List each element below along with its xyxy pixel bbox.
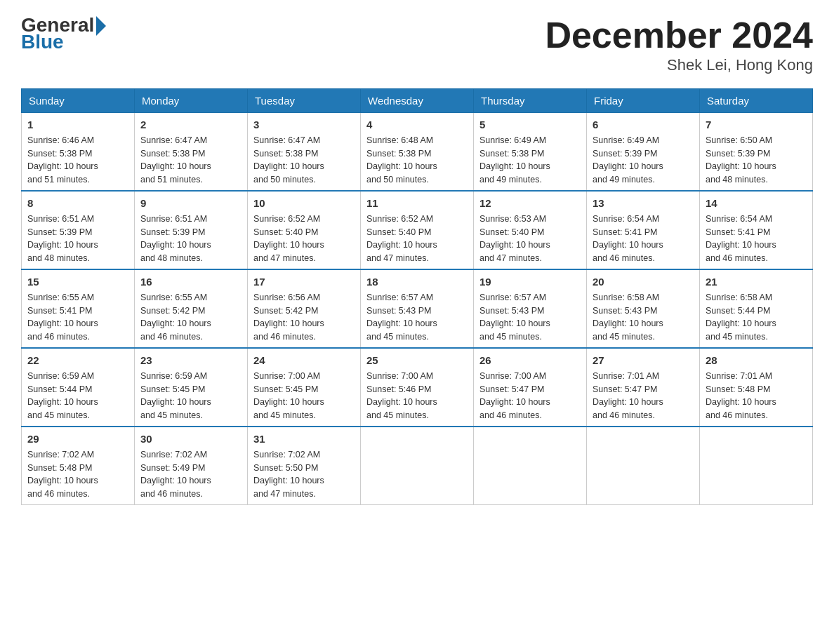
calendar-cell: 10 Sunrise: 6:52 AMSunset: 5:40 PMDaylig… <box>248 191 361 269</box>
column-header-friday: Friday <box>587 89 700 113</box>
day-info: Sunrise: 7:00 AMSunset: 5:47 PMDaylight:… <box>479 371 550 420</box>
page-header: General Blue December 2024 Shek Lei, Hon… <box>21 14 813 74</box>
day-number: 2 <box>140 117 241 132</box>
column-header-monday: Monday <box>135 89 248 113</box>
day-number: 18 <box>366 274 468 289</box>
calendar-cell: 14 Sunrise: 6:54 AMSunset: 5:41 PMDaylig… <box>700 191 813 269</box>
calendar-cell: 11 Sunrise: 6:52 AMSunset: 5:40 PMDaylig… <box>361 191 474 269</box>
calendar-cell: 22 Sunrise: 6:59 AMSunset: 5:44 PMDaylig… <box>22 348 135 427</box>
day-info: Sunrise: 6:55 AMSunset: 5:42 PMDaylight:… <box>140 293 211 342</box>
day-info: Sunrise: 6:53 AMSunset: 5:40 PMDaylight:… <box>479 214 550 263</box>
day-info: Sunrise: 7:01 AMSunset: 5:47 PMDaylight:… <box>593 371 663 420</box>
day-number: 9 <box>140 196 241 210</box>
logo-blue-text: Blue <box>21 31 64 53</box>
calendar-week-row: 1 Sunrise: 6:46 AMSunset: 5:38 PMDayligh… <box>22 113 813 192</box>
calendar-cell: 25 Sunrise: 7:00 AMSunset: 5:46 PMDaylig… <box>361 348 474 427</box>
day-info: Sunrise: 6:54 AMSunset: 5:41 PMDaylight:… <box>593 214 663 263</box>
day-info: Sunrise: 6:50 AMSunset: 5:39 PMDaylight:… <box>706 135 776 185</box>
title-area: December 2024 Shek Lei, Hong Kong <box>545 14 813 74</box>
day-number: 12 <box>479 196 581 210</box>
column-header-saturday: Saturday <box>700 89 813 113</box>
day-number: 28 <box>706 353 807 368</box>
day-number: 22 <box>27 353 128 368</box>
calendar-cell <box>700 427 813 505</box>
day-number: 20 <box>593 274 694 289</box>
day-number: 14 <box>706 196 807 210</box>
calendar-cell: 4 Sunrise: 6:48 AMSunset: 5:38 PMDayligh… <box>361 113 474 192</box>
calendar-week-row: 22 Sunrise: 6:59 AMSunset: 5:44 PMDaylig… <box>22 348 813 427</box>
day-info: Sunrise: 6:46 AMSunset: 5:38 PMDaylight:… <box>27 135 98 185</box>
day-info: Sunrise: 7:02 AMSunset: 5:48 PMDaylight:… <box>27 450 98 499</box>
calendar-week-row: 15 Sunrise: 6:55 AMSunset: 5:41 PMDaylig… <box>22 269 813 348</box>
day-number: 31 <box>253 431 355 446</box>
calendar-cell: 16 Sunrise: 6:55 AMSunset: 5:42 PMDaylig… <box>135 269 248 348</box>
column-header-sunday: Sunday <box>22 89 135 113</box>
calendar-cell: 7 Sunrise: 6:50 AMSunset: 5:39 PMDayligh… <box>700 113 813 192</box>
calendar-cell: 21 Sunrise: 6:58 AMSunset: 5:44 PMDaylig… <box>700 269 813 348</box>
day-info: Sunrise: 6:56 AMSunset: 5:42 PMDaylight:… <box>253 293 324 342</box>
calendar-cell: 29 Sunrise: 7:02 AMSunset: 5:48 PMDaylig… <box>22 427 135 505</box>
calendar-cell: 12 Sunrise: 6:53 AMSunset: 5:40 PMDaylig… <box>474 191 587 269</box>
day-info: Sunrise: 7:02 AMSunset: 5:49 PMDaylight:… <box>140 450 211 499</box>
day-number: 6 <box>593 117 694 132</box>
day-info: Sunrise: 6:47 AMSunset: 5:38 PMDaylight:… <box>253 135 324 185</box>
day-number: 11 <box>366 196 468 210</box>
day-info: Sunrise: 6:59 AMSunset: 5:44 PMDaylight:… <box>27 371 98 420</box>
calendar-cell: 2 Sunrise: 6:47 AMSunset: 5:38 PMDayligh… <box>135 113 248 192</box>
day-info: Sunrise: 6:51 AMSunset: 5:39 PMDaylight:… <box>140 214 211 263</box>
day-info: Sunrise: 6:52 AMSunset: 5:40 PMDaylight:… <box>253 214 324 263</box>
calendar-cell: 8 Sunrise: 6:51 AMSunset: 5:39 PMDayligh… <box>22 191 135 269</box>
column-header-tuesday: Tuesday <box>248 89 361 113</box>
day-info: Sunrise: 6:49 AMSunset: 5:38 PMDaylight:… <box>479 135 550 185</box>
day-number: 7 <box>706 117 807 132</box>
day-number: 29 <box>27 431 128 446</box>
day-info: Sunrise: 6:51 AMSunset: 5:39 PMDaylight:… <box>27 214 98 263</box>
calendar-table: SundayMondayTuesdayWednesdayThursdayFrid… <box>21 88 813 505</box>
calendar-cell <box>361 427 474 505</box>
day-info: Sunrise: 6:58 AMSunset: 5:44 PMDaylight:… <box>706 293 776 342</box>
day-info: Sunrise: 7:00 AMSunset: 5:46 PMDaylight:… <box>366 371 437 420</box>
calendar-cell: 24 Sunrise: 7:00 AMSunset: 5:45 PMDaylig… <box>248 348 361 427</box>
column-header-thursday: Thursday <box>474 89 587 113</box>
day-info: Sunrise: 7:02 AMSunset: 5:50 PMDaylight:… <box>253 450 324 499</box>
day-info: Sunrise: 6:59 AMSunset: 5:45 PMDaylight:… <box>140 371 211 420</box>
calendar-cell: 20 Sunrise: 6:58 AMSunset: 5:43 PMDaylig… <box>587 269 700 348</box>
day-number: 26 <box>479 353 581 368</box>
day-info: Sunrise: 6:52 AMSunset: 5:40 PMDaylight:… <box>366 214 437 263</box>
calendar-cell: 23 Sunrise: 6:59 AMSunset: 5:45 PMDaylig… <box>135 348 248 427</box>
day-number: 24 <box>253 353 355 368</box>
day-number: 30 <box>140 431 241 446</box>
calendar-cell: 30 Sunrise: 7:02 AMSunset: 5:49 PMDaylig… <box>135 427 248 505</box>
day-number: 10 <box>253 196 355 210</box>
calendar-cell: 26 Sunrise: 7:00 AMSunset: 5:47 PMDaylig… <box>474 348 587 427</box>
calendar-cell: 31 Sunrise: 7:02 AMSunset: 5:50 PMDaylig… <box>248 427 361 505</box>
day-number: 27 <box>593 353 694 368</box>
calendar-cell: 27 Sunrise: 7:01 AMSunset: 5:47 PMDaylig… <box>587 348 700 427</box>
calendar-cell: 5 Sunrise: 6:49 AMSunset: 5:38 PMDayligh… <box>474 113 587 192</box>
calendar-week-row: 8 Sunrise: 6:51 AMSunset: 5:39 PMDayligh… <box>22 191 813 269</box>
calendar-cell: 19 Sunrise: 6:57 AMSunset: 5:43 PMDaylig… <box>474 269 587 348</box>
day-number: 8 <box>27 196 128 210</box>
calendar-header-row: SundayMondayTuesdayWednesdayThursdayFrid… <box>22 89 813 113</box>
logo-triangle-icon <box>96 16 106 36</box>
day-number: 23 <box>140 353 241 368</box>
calendar-cell: 3 Sunrise: 6:47 AMSunset: 5:38 PMDayligh… <box>248 113 361 192</box>
day-info: Sunrise: 7:01 AMSunset: 5:48 PMDaylight:… <box>706 371 776 420</box>
day-number: 4 <box>366 117 468 132</box>
day-info: Sunrise: 6:47 AMSunset: 5:38 PMDaylight:… <box>140 135 211 185</box>
calendar-cell: 9 Sunrise: 6:51 AMSunset: 5:39 PMDayligh… <box>135 191 248 269</box>
day-number: 16 <box>140 274 241 289</box>
calendar-cell: 18 Sunrise: 6:57 AMSunset: 5:43 PMDaylig… <box>361 269 474 348</box>
day-info: Sunrise: 6:54 AMSunset: 5:41 PMDaylight:… <box>706 214 776 263</box>
calendar-week-row: 29 Sunrise: 7:02 AMSunset: 5:48 PMDaylig… <box>22 427 813 505</box>
day-info: Sunrise: 6:57 AMSunset: 5:43 PMDaylight:… <box>479 293 550 342</box>
day-info: Sunrise: 6:55 AMSunset: 5:41 PMDaylight:… <box>27 293 98 342</box>
calendar-cell: 28 Sunrise: 7:01 AMSunset: 5:48 PMDaylig… <box>700 348 813 427</box>
month-title: December 2024 <box>545 14 813 56</box>
day-info: Sunrise: 6:58 AMSunset: 5:43 PMDaylight:… <box>593 293 663 342</box>
day-info: Sunrise: 6:49 AMSunset: 5:39 PMDaylight:… <box>593 135 663 185</box>
day-number: 25 <box>366 353 468 368</box>
calendar-cell <box>587 427 700 505</box>
day-number: 21 <box>706 274 807 289</box>
day-number: 15 <box>27 274 128 289</box>
